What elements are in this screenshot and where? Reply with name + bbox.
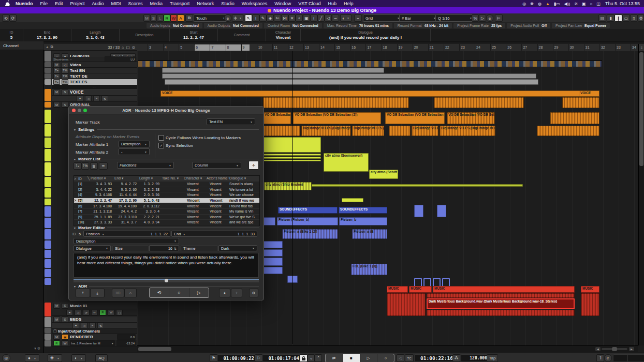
comp-tool[interactable]: ▣	[303, 14, 310, 22]
snap-on-off-icon[interactable]: ⌁	[354, 14, 362, 22]
write-automation-button[interactable]: W	[62, 340, 68, 346]
event-clip-unlabeled[interactable]	[312, 184, 523, 187]
move-markers-icon[interactable]: ⇹	[99, 162, 108, 170]
keep-take-star-icon[interactable]: ★	[219, 289, 230, 297]
apple-icon[interactable]	[5, 1, 10, 7]
zoom-slider-handle[interactable]	[612, 347, 617, 351]
status-segment[interactable]: Audio OutputsNot Connected	[204, 23, 262, 28]
app-icon[interactable]: ▲	[546, 2, 550, 6]
editor-end-field[interactable]: End▼1. 1. 1. 33	[171, 231, 257, 237]
line-tool[interactable]: ╱	[317, 14, 325, 22]
read-automation-button[interactable]: R	[99, 310, 106, 315]
triplet-icon[interactable]: %	[472, 14, 479, 22]
erase-tool[interactable]: ◈	[267, 14, 274, 22]
rehearse-button[interactable]: ⟲	[150, 288, 169, 297]
adr-window-titlebar[interactable]: ADR - Nuendo 13 MPEG-H Demo Big Orange	[69, 107, 264, 114]
menu-file[interactable]: File	[40, 1, 48, 6]
event-clip[interactable]: Dark Mysterious Background.wav (Dark Mys…	[427, 298, 575, 309]
event-clip[interactable]: MUSIC	[387, 286, 408, 293]
track-beds-folder[interactable]: M S BEDS	[52, 316, 137, 323]
listen-button[interactable]: L	[157, 14, 164, 22]
marker-row[interactable]: [1]3. 4. 3. 935. 4. 2. 721. 3. 2. 99Vinc…	[74, 182, 259, 187]
column-header[interactable]: Length ▾	[139, 176, 162, 180]
menu-nuendo[interactable]: Nuendo	[16, 1, 33, 6]
add-cycle-marker-icon[interactable]: T%	[62, 79, 68, 85]
settings-section-header[interactable]: ▼Settings	[74, 127, 259, 132]
event-clip[interactable]: SOUNDEFFECTS	[278, 207, 338, 214]
marker-attribute-2-select[interactable]: -▼	[119, 148, 150, 155]
event-clip[interactable]: city atmo (Schiff H	[369, 170, 398, 179]
marker-table-header[interactable]: >ID╲ Position ▾End ▾Length ▾Take No. ▾Ch…	[74, 176, 259, 182]
infoline-end[interactable]: End17. 3. 2. 90	[23, 29, 71, 41]
event-clip[interactable]: Fietsen (Fietsen_b)	[277, 217, 338, 225]
record-enable-icon[interactable]: ●	[66, 310, 73, 315]
editor-dialogue-select[interactable]: Dialogue▼	[74, 245, 111, 251]
read-automation-button[interactable]: R	[53, 340, 60, 346]
track-renderer[interactable]: M ▣ RENDERER 0.0	[52, 334, 137, 340]
record-icon[interactable]: ◎	[522, 2, 526, 6]
track-divider-dots[interactable]: ····	[52, 85, 137, 89]
event-clip-unlabeled[interactable]	[427, 310, 575, 316]
event-clip-unlabeled[interactable]	[263, 137, 321, 153]
automation-panel-icon[interactable]: ⧉	[185, 14, 193, 22]
goto-left-locator-icon[interactable]: ⚑	[210, 354, 217, 362]
time-format-button[interactable]: TC	[405, 354, 414, 362]
event-clip[interactable]: SOUNDEFFECTS	[339, 207, 387, 214]
record-mode-select[interactable]: ●▼	[25, 354, 39, 362]
event-clip[interactable]: MUSIC	[433, 286, 575, 293]
channel-zone-gear-icon[interactable]: ▾ ⚙	[34, 346, 40, 351]
ruler-options-icon[interactable]: ≡	[638, 44, 644, 51]
video-monitor-icon[interactable]: ◁	[62, 62, 68, 68]
event-clip-unlabeled[interactable]	[263, 267, 283, 274]
zones-setup-icon[interactable]: ▯	[630, 14, 638, 22]
event-clip[interactable]: VO DE Sebastian (VO DE Sebastian (2))	[293, 112, 381, 124]
status-segment[interactable]: Control RoomNot Connected	[264, 23, 322, 28]
event-clip-unlabeled[interactable]	[414, 205, 423, 217]
monitor-icon[interactable]: ◁	[85, 96, 92, 101]
punch-lock-icon[interactable]	[299, 354, 308, 362]
control-center-icon[interactable]: ◫	[596, 2, 601, 6]
add-cycle-marker-icon[interactable]: ⊺%	[81, 162, 89, 170]
left-zone-toggle-icon[interactable]: ▮	[607, 14, 614, 22]
search-icon[interactable]: ○	[590, 2, 593, 6]
auto-scroll-select[interactable]: ✚▼	[48, 354, 62, 362]
add-cycle-marker-icon[interactable]: T%	[62, 68, 68, 73]
play-tool[interactable]: ◁	[325, 14, 332, 22]
column-header[interactable]: ID	[78, 177, 87, 180]
event-clip[interactable]: VO DE Sebastian (VO DE Sebastian (5))	[385, 112, 445, 124]
divide-list-icon[interactable]: ▢	[126, 45, 130, 50]
punch-out-icon[interactable]: ⌃	[315, 354, 322, 362]
event-clip-unlabeled[interactable]	[165, 79, 538, 85]
column-header[interactable]: >	[74, 177, 78, 180]
event-clip-unlabeled[interactable]	[263, 97, 409, 108]
marker-row[interactable]: [9]25. 1. 1. 8927. 3. 3.1102. 2. 2. 21Vi…	[74, 215, 259, 220]
track-music-01[interactable]: M S Music 01	[52, 303, 137, 309]
quantize-panel-icon[interactable]: e	[486, 14, 493, 22]
insert-gain-value[interactable]: -13.24	[116, 340, 136, 346]
headphones-icon[interactable]: ∩	[124, 289, 137, 297]
event-clip-unlabeled[interactable]	[263, 126, 300, 136]
marker-row[interactable]: [4]9. 3. 4.10811. 4. 4. 442. 0. 3. 56Vin…	[74, 192, 259, 198]
write-automation-button[interactable]: W	[170, 14, 177, 22]
split-tool[interactable]: ✄	[274, 14, 281, 22]
event-clip-unlabeled[interactable]	[263, 249, 283, 257]
globe-icon[interactable]: ◍	[538, 2, 541, 6]
event-clip-unlabeled[interactable]	[562, 97, 599, 108]
right-locator-time[interactable]: 01:00:17:04	[262, 354, 302, 362]
event-clip-unlabeled[interactable]	[389, 126, 411, 136]
audition-quantize-button[interactable]: AQ	[95, 354, 108, 362]
track-text-es-selected[interactable]: T+ T% TEXT ES	[52, 79, 137, 85]
menu-scores[interactable]: Scores	[128, 1, 143, 6]
menu-hub[interactable]: Hub	[328, 1, 337, 6]
home-icon[interactable]: ⌂	[122, 45, 124, 50]
marker-row[interactable]: [6]17. 3. 4.10819. 4. 4.1002. 0. 3.112Vi…	[74, 203, 259, 209]
infoline-id[interactable]: ID5	[0, 29, 23, 41]
minimize-icon[interactable]	[78, 109, 81, 112]
track-text-de[interactable]: T+ T% TEXT DE	[52, 73, 137, 79]
event-clip[interactable]: BigOrange.VO.ES (BigOrange.VO.ES (6)	[301, 126, 351, 136]
metronome-icon[interactable]: ⁂	[452, 354, 460, 362]
column-header[interactable]: Actor's Name ▾	[207, 176, 229, 180]
event-clip[interactable]: MUSIC	[409, 286, 432, 293]
menu-project[interactable]: Project	[70, 1, 85, 6]
column-select[interactable]: Column▼	[192, 162, 241, 169]
